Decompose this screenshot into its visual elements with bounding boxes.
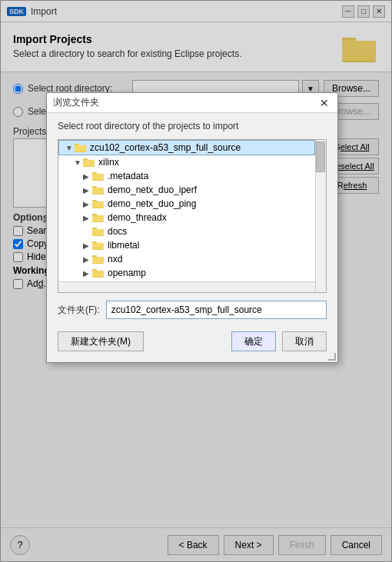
folder-icon-xilinx [83,157,95,168]
folder-icon-demo1 [92,185,105,195]
modal-body: Select root directory of the projects to… [47,113,337,362]
tree-item-docs[interactable]: docs [58,224,315,238]
svg-rect-24 [92,229,104,235]
tree-item-label-libmetal: libmetal [108,240,139,251]
tree-hscrollbar[interactable] [58,281,315,292]
tree-item-libmetal[interactable]: libmetal [58,238,315,252]
new-folder-button[interactable]: 新建文件夹(M) [58,331,144,351]
folder-icon-nxd [92,254,105,264]
tree-item-nxd[interactable]: nxd [58,252,315,266]
folder-icon-demo3 [92,212,105,223]
svg-rect-6 [75,145,86,151]
arrow-xilinx[interactable] [74,158,83,167]
tree-scrollbar[interactable] [315,140,326,292]
file-input-row: 文件夹(F): zcu102_cortex-a53_smp_full_sourc… [58,301,327,319]
folder-icon-metadata [92,171,105,181]
svg-rect-33 [92,271,104,277]
arrow-libmetal[interactable] [83,241,92,250]
tree-item-demo3[interactable]: demo_threadx [58,211,315,224]
arrow-demo2[interactable] [83,200,92,208]
tree-scrollbar-thumb[interactable] [316,141,325,172]
arrow-demo1[interactable] [83,186,92,195]
tree-item-demo2[interactable]: demo_netx_duo_ping [58,197,315,211]
tree-item-root[interactable]: zcu102_cortex-a53_smp_full_source [58,140,315,155]
arrow-root[interactable] [65,144,75,152]
tree-item-label-openamp: openamp [108,268,146,278]
arrow-nxd[interactable] [83,255,92,264]
tree-item-label-xilinx: xilinx [98,157,119,168]
modal-description: Select root directory of the projects to… [58,121,327,131]
tree-item-label-demo1: demo_netx_duo_iperf [108,185,197,195]
browse-folder-dialog: 浏览文件夹 ✕ Select root directory of the pro… [46,92,338,363]
modal-title: 浏览文件夹 [53,96,99,109]
folder-icon-libmetal [92,240,105,251]
tree-item-label-demo3: demo_threadx [108,212,167,223]
folder-icon-docs [92,226,105,237]
arrow-openamp[interactable] [83,269,92,278]
tree-item-label-nxd: nxd [108,254,122,264]
modal-resize-handle[interactable] [328,353,337,362]
arrow-metadata[interactable] [83,172,92,181]
svg-rect-15 [92,188,104,194]
folder-icon-openamp [92,268,105,278]
tree-item-metadata[interactable]: .metadata [58,169,315,183]
tree-inner: zcu102_cortex-a53_smp_full_source xilinx [58,140,326,292]
modal-title-bar: 浏览文件夹 ✕ [47,93,337,113]
folder-icon-demo2 [92,198,105,209]
folder-name-input[interactable]: zcu102_cortex-a53_smp_full_source [106,301,327,319]
modal-close-button[interactable]: ✕ [317,96,331,110]
modal-buttons: 新建文件夹(M) 确定 取消 [58,327,327,354]
folder-tree[interactable]: zcu102_cortex-a53_smp_full_source xilinx [58,139,327,293]
svg-rect-27 [92,243,104,249]
tree-item-xilinx[interactable]: xilinx [58,155,315,169]
tree-item-label-docs: docs [108,226,127,237]
folder-icon-root [75,142,87,153]
file-input-label: 文件夹(F): [58,304,100,317]
tree-item-label-demo2: demo_netx_duo_ping [108,198,196,209]
tree-item-demo1[interactable]: demo_netx_duo_iperf [58,183,315,197]
svg-rect-12 [92,174,104,180]
svg-rect-21 [92,215,104,221]
modal-ok-button[interactable]: 确定 [231,331,276,351]
tree-item-label-root: zcu102_cortex-a53_smp_full_source [90,142,241,153]
modal-overlay: 浏览文件夹 ✕ Select root directory of the pro… [0,0,392,562]
tree-item-openamp[interactable]: openamp [58,266,315,280]
svg-rect-18 [92,201,104,208]
tree-item-label-metadata: .metadata [108,171,148,181]
svg-rect-9 [83,160,95,166]
svg-rect-30 [92,257,104,263]
arrow-demo3[interactable] [83,214,92,222]
modal-cancel-button[interactable]: 取消 [282,331,327,351]
